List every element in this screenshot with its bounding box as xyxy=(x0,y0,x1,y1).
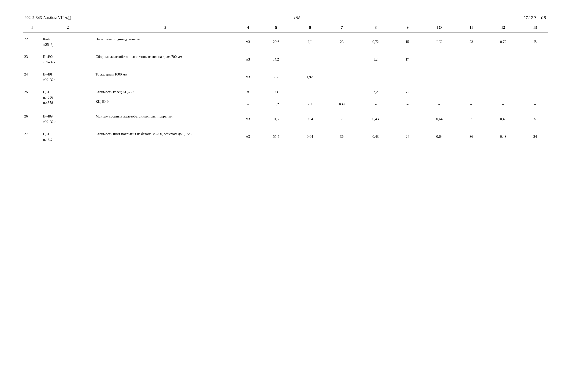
row-24-c13: – xyxy=(522,68,548,86)
table-row: 26 II–489 т.I9–32и Монтаж сборных железо… xyxy=(23,110,548,128)
row-24-unit: м3 xyxy=(237,68,259,86)
col-header-13: I3 xyxy=(522,22,548,33)
row-25-c13b: – xyxy=(522,98,548,111)
table-row: 24 II–49I т.I9–32л То же, диам.1000 мм м… xyxy=(23,68,548,86)
row-23-num: 23 xyxy=(23,51,42,68)
row-22-c8: 0,72 xyxy=(357,33,394,51)
header-left-text: 902-2-343 Альбом VII ч. xyxy=(25,15,68,20)
col-header-7: 7 xyxy=(327,22,357,33)
row-27-c11: 36 xyxy=(458,128,484,145)
row-27-c12: 0,43 xyxy=(484,128,522,145)
row-26-c5: II,3 xyxy=(259,110,293,128)
row-24-c9: – xyxy=(394,68,421,86)
row-23-desc: Сборные железобетонные стеновые кольца д… xyxy=(94,51,237,68)
row-26-c8: 0,43 xyxy=(357,110,394,128)
row-23-c7: – xyxy=(327,51,357,68)
row-25-c11a: – xyxy=(458,86,484,98)
table-row: 27 ЦСП п.47I5 Стоимость плит покрытия из… xyxy=(23,128,548,145)
row-26-num: 26 xyxy=(23,110,42,128)
row-25-c13a: – xyxy=(522,86,548,98)
col-header-5: 5 xyxy=(259,22,293,33)
row-24-c11: – xyxy=(458,68,484,86)
row-24-code: II–49I т.I9–32л xyxy=(42,68,94,86)
row-27-c10: 0,64 xyxy=(421,128,458,145)
col-header-12: I2 xyxy=(484,22,522,33)
row-25-c5b: I5,2 xyxy=(259,98,293,111)
table-row: 23 II–490 т.I9–32к Сборные железобетонны… xyxy=(23,51,548,68)
table-row: 22 I6–43 т.25–6д Набетонка по днищу каме… xyxy=(23,33,548,51)
row-26-c10: 0,64 xyxy=(421,110,458,128)
col-header-3: 3 xyxy=(94,22,237,33)
row-27-c6: 0,64 xyxy=(293,128,327,145)
row-24-c8: – xyxy=(357,68,394,86)
row-24-c5: 7,7 xyxy=(259,68,293,86)
row-23-c9: I7 xyxy=(394,51,421,68)
row-24-c12: – xyxy=(484,68,522,86)
row-27-c13: 24 xyxy=(522,128,548,145)
row-25-c7a: – xyxy=(327,86,357,98)
row-22-c9: I5 xyxy=(394,33,421,51)
col-header-10: IO xyxy=(421,22,458,33)
row-23-c10: – xyxy=(421,51,458,68)
row-23-code: II–490 т.I9–32к xyxy=(42,51,94,68)
row-27-code: ЦСП п.47I5 xyxy=(42,128,94,145)
row-25-num: 25 xyxy=(23,86,42,110)
row-25-c11b: – xyxy=(458,98,484,111)
row-24-c7: I5 xyxy=(327,68,357,86)
header-left: 902-2-343 Альбом VII ч.II xyxy=(25,15,71,20)
row-26-code: II–489 т.I9–32и xyxy=(42,110,94,128)
row-22-unit: м3 xyxy=(237,33,259,51)
header-page-num: -198- xyxy=(292,15,302,20)
row-24-c10: – xyxy=(421,68,458,86)
row-23-c5: I4,2 xyxy=(259,51,293,68)
row-27-num: 27 xyxy=(23,128,42,145)
row-27-desc: Стоимость плит покрытия из бетона М-200,… xyxy=(94,128,237,145)
row-26-unit: м3 xyxy=(237,110,259,128)
row-25-c6a: – xyxy=(293,86,327,98)
row-26-c9: 5 xyxy=(394,110,421,128)
col-header-6: 6 xyxy=(293,22,327,33)
row-25-c9a: 72 xyxy=(394,86,421,98)
row-26-c12: 0,43 xyxy=(484,110,522,128)
header-right: 17229 - 08 xyxy=(523,15,546,20)
row-24-c6: I,92 xyxy=(293,68,327,86)
row-22-c13: I5 xyxy=(522,33,548,51)
row-22-c7: 23 xyxy=(327,33,357,51)
main-table: I 2 3 4 5 6 7 8 9 IO II I2 I3 22 I6–43 т… xyxy=(23,22,548,145)
row-27-c5: 55,5 xyxy=(259,128,293,145)
row-23-c12: – xyxy=(484,51,522,68)
row-22-c6: I,I xyxy=(293,33,327,51)
row-26-c7: 7 xyxy=(327,110,357,128)
row-26-desc: Монтаж сборных железобетонных плит покры… xyxy=(94,110,237,128)
row-25-c10a: – xyxy=(421,86,458,98)
row-25-unit-b: м xyxy=(237,98,259,111)
row-22-code: I6–43 т.25–6д xyxy=(42,33,94,51)
header-doc-num: 17229 - 08 xyxy=(523,15,546,20)
row-22-c11: 23 xyxy=(458,33,484,51)
row-22-c10: I,IO xyxy=(421,33,458,51)
row-22-c12: 0,72 xyxy=(484,33,522,51)
row-27-unit: м3 xyxy=(237,128,259,145)
col-header-8: 8 xyxy=(357,22,394,33)
col-header-4: 4 xyxy=(237,22,259,33)
row-23-c8: I,2 xyxy=(357,51,394,68)
row-25-c5a: IO xyxy=(259,86,293,98)
row-25-code: ЦСП п.4656 п.4658 xyxy=(42,86,94,110)
row-25-desc-a: Стоимость колец КЦ-7-9 xyxy=(94,86,237,98)
col-header-2: 2 xyxy=(42,22,94,33)
header-part-underline: II xyxy=(68,15,71,20)
row-23-c13: – xyxy=(522,51,548,68)
row-22-num: 22 xyxy=(23,33,42,51)
page-header: 902-2-343 Альбом VII ч.II -198- 17229 - … xyxy=(23,15,548,20)
row-25-c8b: – xyxy=(357,98,394,111)
table-row: 25 ЦСП п.4656 п.4658 Стоимость колец КЦ-… xyxy=(23,86,548,98)
row-25-c7b: IO9 xyxy=(327,98,357,111)
row-26-c13: 5 xyxy=(522,110,548,128)
col-header-9: 9 xyxy=(394,22,421,33)
row-23-c11: – xyxy=(458,51,484,68)
row-26-c6: 0,64 xyxy=(293,110,327,128)
row-24-num: 24 xyxy=(23,68,42,86)
row-24-desc: То же, диам.1000 мм xyxy=(94,68,237,86)
row-25-c10b: – xyxy=(421,98,458,111)
column-header-row: I 2 3 4 5 6 7 8 9 IO II I2 I3 xyxy=(23,22,548,33)
